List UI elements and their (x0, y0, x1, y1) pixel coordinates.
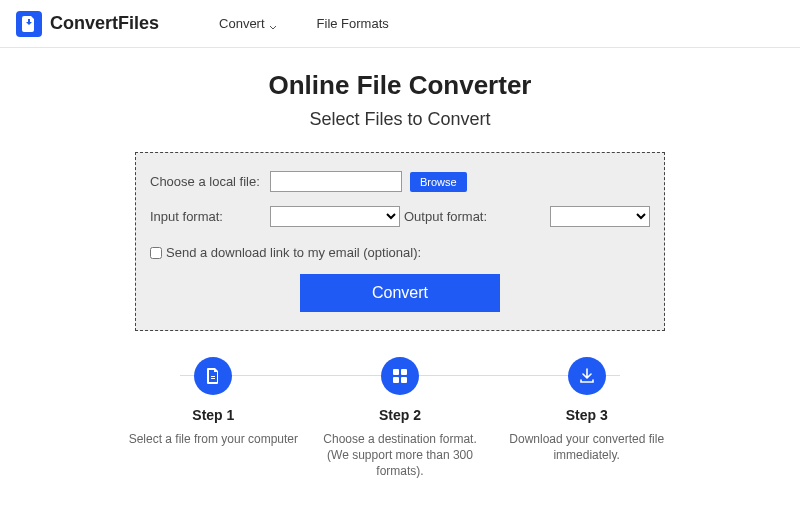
step-1: Step 1 Select a file from your computer (120, 357, 307, 480)
nav-convert[interactable]: Convert (219, 16, 277, 31)
nav-file-formats[interactable]: File Formats (317, 16, 389, 31)
chevron-down-icon (269, 20, 277, 28)
converter-panel: Choose a local file: Browse Input format… (135, 152, 665, 331)
logo[interactable]: ConvertFiles (16, 11, 159, 37)
step-2: Step 2 Choose a destination format. (We … (307, 357, 494, 480)
svg-rect-0 (393, 369, 399, 375)
svg-rect-2 (393, 377, 399, 383)
brand-name: ConvertFiles (50, 13, 159, 34)
browse-button[interactable]: Browse (410, 172, 467, 192)
output-format-label: Output format: (404, 209, 487, 224)
step-3-desc: Download your converted file immediately… (501, 431, 672, 463)
page-subtitle: Select Files to Convert (0, 109, 800, 130)
svg-rect-3 (401, 377, 407, 383)
step-2-title: Step 2 (315, 407, 486, 423)
email-checkbox[interactable] (150, 247, 162, 259)
row-formats: Input format: Output format: (150, 206, 650, 227)
input-format-label: Input format: (150, 209, 270, 224)
step-2-desc: Choose a destination format. (We support… (315, 431, 486, 480)
output-format-select[interactable] (550, 206, 650, 227)
nav-convert-label: Convert (219, 16, 265, 31)
email-label: Send a download link to my email (option… (166, 245, 421, 260)
convert-button[interactable]: Convert (300, 274, 500, 312)
grid-icon (381, 357, 419, 395)
row-convert: Convert (150, 274, 650, 312)
input-format-select[interactable] (270, 206, 400, 227)
logo-icon (16, 11, 42, 37)
download-icon (568, 357, 606, 395)
row-choose-file: Choose a local file: Browse (150, 171, 650, 192)
step-3-title: Step 3 (501, 407, 672, 423)
file-icon (194, 357, 232, 395)
step-3: Step 3 Download your converted file imme… (493, 357, 680, 480)
header: ConvertFiles Convert File Formats (0, 0, 800, 48)
step-1-title: Step 1 (128, 407, 299, 423)
nav: Convert File Formats (219, 16, 389, 31)
page-title: Online File Converter (0, 70, 800, 101)
hero: Online File Converter Select Files to Co… (0, 48, 800, 130)
nav-file-formats-label: File Formats (317, 16, 389, 31)
svg-rect-1 (401, 369, 407, 375)
choose-file-label: Choose a local file: (150, 174, 270, 189)
step-1-desc: Select a file from your computer (128, 431, 299, 447)
steps: Step 1 Select a file from your computer … (120, 357, 680, 480)
file-path-input[interactable] (270, 171, 402, 192)
converter-container: Choose a local file: Browse Input format… (0, 152, 800, 331)
row-email: Send a download link to my email (option… (150, 245, 650, 260)
